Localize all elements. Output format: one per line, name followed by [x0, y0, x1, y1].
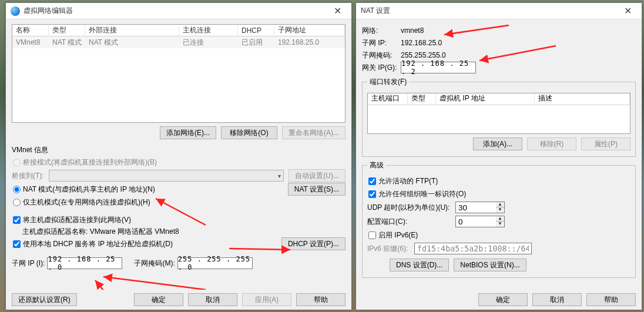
allow-ftp-label: 允许活动的 FTP(T) — [378, 176, 438, 186]
ok-button[interactable]: 确定 — [478, 293, 528, 306]
allow-oui-checkbox[interactable] — [368, 190, 376, 198]
net-value: vmnet8 — [401, 26, 424, 35]
col-dhcp[interactable]: DHCP — [238, 26, 274, 35]
hostonly-radio[interactable] — [13, 199, 21, 206]
titlebar-left[interactable]: 虚拟网络编辑器 ✕ — [6, 3, 351, 19]
left-body: 名称 类型 外部连接 主机连接 DHCP 子网地址 VMnet8 NAT 模式 … — [6, 19, 351, 290]
nat-settings-dialog: NAT 设置 ✕ 网络:vmnet8 子网 IP:192.168.25.0 子网… — [355, 2, 642, 310]
advanced-group: 高级 允许活动的 FTP(T) 允许任何组织唯一标识符(O) UDP 超时(以秒… — [362, 160, 636, 278]
cfg-port-label: 配置端口(C): — [367, 217, 455, 227]
col-host[interactable]: 主机连接 — [179, 25, 238, 35]
table-header: 名称 类型 外部连接 主机连接 DHCP 子网地址 — [12, 25, 345, 36]
virtual-network-editor-dialog: 虚拟网络编辑器 ✕ 名称 类型 外部连接 主机连接 DHCP 子网地址 VMne… — [5, 2, 352, 310]
subnet-mask-input[interactable]: 255 . 255 . 255 . 0 — [177, 257, 253, 269]
cell-external: NAT 模式 — [85, 38, 179, 48]
pf-col-vmip[interactable]: 虚拟机 IP 地址 — [436, 93, 535, 105]
svg-line-1 — [103, 277, 206, 290]
dhcp-settings-button[interactable]: DHCP 设置(P)... — [281, 237, 346, 250]
adapter-name-label: 主机虚拟适配器名称: VMware 网络适配器 VMnet8 — [22, 227, 346, 237]
enable-ipv6-checkbox[interactable] — [368, 232, 376, 239]
net-label: 网络: — [362, 26, 401, 36]
gateway-ip-input[interactable]: 192 . 168 . 25 . 2 — [401, 62, 476, 73]
nat-radio[interactable] — [13, 186, 21, 193]
gateway-label: 网关 IP(G): — [362, 63, 401, 73]
mask-value: 255.255.255.0 — [401, 51, 446, 59]
col-type[interactable]: 类型 — [49, 25, 85, 35]
app-icon — [11, 6, 20, 16]
cell-subnet: 192.168.25.0 — [274, 38, 345, 46]
apply-button[interactable]: 应用(A) — [242, 293, 291, 306]
pf-col-hostport[interactable]: 主机端口 — [368, 93, 408, 105]
close-icon[interactable]: ✕ — [617, 5, 638, 18]
subnet-ip-label: 子网 IP (I): — [12, 259, 45, 269]
port-forwarding-group: 端口转发(F) 主机端口 类型 虚拟机 IP 地址 描述 添加(A)... 移除… — [362, 77, 636, 157]
col-name[interactable]: 名称 — [12, 25, 49, 35]
enable-ipv6-label: 启用 IPv6(E) — [378, 230, 418, 240]
subnet-ip-input[interactable]: 192 . 168 . 25 . 0 — [47, 257, 122, 269]
subnet-mask-label: 子网掩码(M): — [134, 259, 175, 269]
udp-spinner[interactable]: ▲▼ — [496, 202, 505, 213]
bridged-to-dropdown[interactable] — [49, 170, 284, 182]
right-body: 网络:vmnet8 子网 IP:192.168.25.0 子网掩码:255.25… — [356, 19, 642, 290]
cancel-button[interactable]: 取消 — [532, 293, 582, 306]
allow-ftp-checkbox[interactable] — [368, 177, 376, 185]
subnetip-label: 子网 IP: — [362, 38, 401, 48]
svg-line-2 — [95, 280, 118, 290]
cancel-button[interactable]: 取消 — [188, 293, 237, 306]
nat-settings-button[interactable]: NAT 设置(S)... — [288, 183, 346, 196]
ipv6-prefix-label: IPv6 前缀(6): — [367, 244, 414, 254]
cell-type: NAT 模式 — [49, 38, 85, 48]
cfg-port-input[interactable] — [455, 216, 497, 227]
restore-defaults-button[interactable]: 还原默认设置(R) — [12, 293, 77, 306]
table-row[interactable]: VMnet8 NAT 模式 NAT 模式 已连接 已启用 192.168.25.… — [12, 36, 345, 48]
allow-oui-label: 允许任何组织唯一标识符(O) — [378, 189, 466, 199]
pf-add-button[interactable]: 添加(A)... — [473, 137, 522, 150]
ipv6-prefix-input[interactable] — [414, 243, 532, 254]
col-subnet[interactable]: 子网地址 — [274, 25, 345, 35]
pf-col-type[interactable]: 类型 — [408, 93, 436, 105]
ok-button[interactable]: 确定 — [134, 293, 183, 306]
bridged-radio[interactable] — [13, 159, 21, 166]
network-list[interactable]: 名称 类型 外部连接 主机连接 DHCP 子网地址 VMnet8 NAT 模式 … — [12, 24, 346, 123]
netbios-settings-button[interactable]: NetBIOS 设置(N)... — [454, 259, 526, 271]
close-icon[interactable]: ✕ — [327, 5, 348, 18]
spin-down-icon[interactable]: ▼ — [496, 222, 504, 227]
titlebar-right[interactable]: NAT 设置 ✕ — [356, 3, 642, 19]
cfg-port-spinner[interactable]: ▲▼ — [496, 216, 505, 227]
port-forwarding-list[interactable]: 主机端口 类型 虚拟机 IP 地址 描述 — [367, 93, 630, 134]
dns-settings-button[interactable]: DNS 设置(D)... — [390, 259, 449, 271]
pf-remove-button[interactable]: 移除(R) — [527, 137, 576, 150]
vmnet-info-title: VMnet 信息 — [12, 145, 346, 155]
help-button[interactable]: 帮助 — [296, 293, 346, 306]
cell-dhcp: 已启用 — [238, 38, 274, 48]
help-button[interactable]: 帮助 — [586, 293, 636, 306]
advanced-title: 高级 — [367, 160, 386, 170]
cell-host: 已连接 — [179, 38, 238, 48]
port-forwarding-title: 端口转发(F) — [367, 77, 409, 87]
use-dhcp-checkbox[interactable] — [13, 240, 21, 248]
remove-network-button[interactable]: 移除网络(O) — [221, 126, 277, 139]
subnetip-value: 192.168.25.0 — [401, 39, 442, 47]
udp-timeout-input[interactable] — [455, 202, 497, 213]
bridged-label: 桥接模式(将虚拟机直接连接到外部网络)(B) — [23, 157, 157, 167]
rename-network-button[interactable]: 重命名网络(A)... — [282, 126, 346, 139]
pf-col-desc[interactable]: 描述 — [535, 93, 630, 105]
spin-down-icon[interactable]: ▼ — [496, 207, 504, 213]
connect-host-adapter-checkbox[interactable] — [13, 216, 21, 224]
pf-props-button[interactable]: 属性(P) — [581, 137, 630, 150]
nat-label: NAT 模式(与虚拟机共享主机的 IP 地址)(N) — [23, 184, 155, 194]
title-text: 虚拟网络编辑器 — [24, 6, 73, 16]
col-external[interactable]: 外部连接 — [85, 25, 179, 35]
cell-name: VMnet8 — [12, 38, 49, 46]
udp-timeout-label: UDP 超时(以秒为单位)(U): — [367, 203, 455, 213]
use-dhcp-label: 使用本地 DHCP 服务将 IP 地址分配给虚拟机(D) — [23, 239, 173, 249]
hostonly-label: 仅主机模式(在专用网络内连接虚拟机)(H) — [23, 197, 150, 207]
connect-host-adapter-label: 将主机虚拟适配器连接到此网络(V) — [23, 215, 131, 225]
auto-config-button[interactable]: 自动设置(U)... — [289, 169, 346, 182]
mask-label: 子网掩码: — [362, 51, 401, 61]
title-text: NAT 设置 — [361, 6, 390, 16]
bridged-to-label: 桥接到(T): — [12, 171, 44, 181]
add-network-button[interactable]: 添加网络(E)... — [160, 126, 216, 139]
